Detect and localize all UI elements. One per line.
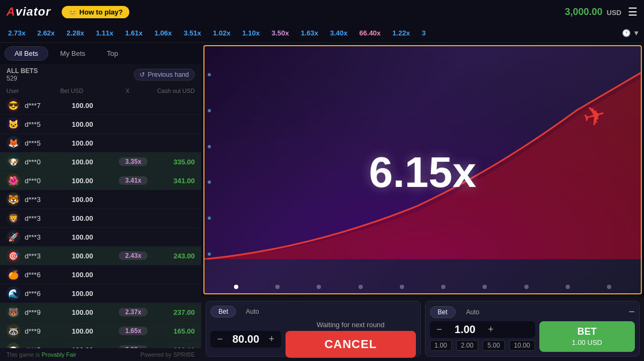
cashout-value: 243.00: [148, 252, 195, 260]
how-to-play-button[interactable]: 😊 How to play?: [62, 6, 129, 18]
top-right-area: 3,000.00 USD ☰: [565, 5, 638, 18]
table-row: 🌊 d***6 100.00: [0, 284, 201, 303]
tab-my-bets[interactable]: My Bets: [50, 47, 95, 60]
mult-badge: 3: [418, 28, 429, 38]
previous-hand-button[interactable]: ↺ Previous hand: [134, 69, 195, 81]
quick-r4[interactable]: 10.00: [509, 340, 535, 351]
bet-amount: 100.00: [72, 102, 119, 110]
panel-tabs-left: Bet Auto: [210, 306, 416, 317]
y-axis-dots: [208, 57, 211, 272]
current-multiplier: 6.15x: [369, 148, 476, 197]
avatar: 😎: [6, 98, 20, 112]
logo: Aviator: [6, 5, 51, 19]
user-name: d***3: [25, 252, 72, 260]
multiplier-value: 2.43x: [119, 251, 148, 260]
all-bets-label: ALL BETS: [6, 67, 38, 75]
table-row: 🐯 d***3 100.00: [0, 190, 201, 209]
bets-count: 529: [6, 75, 38, 82]
increase-amount-right[interactable]: +: [486, 324, 496, 335]
quick-r2[interactable]: 2.00: [456, 340, 478, 351]
decrease-amount-left[interactable]: −: [215, 334, 225, 345]
y-dot: [208, 180, 211, 184]
user-name: d***5: [25, 139, 72, 147]
panel-tab-auto-left[interactable]: Auto: [238, 306, 267, 317]
multiplier-bar: 2.73x 2.62x 2.28x 1.11x 1.61x 1.06x 3.51…: [0, 24, 644, 43]
table-row: 🦝 d***9 100.00 1.65x 165.00: [0, 322, 201, 341]
table-row: 😎 d***7 100.00: [0, 96, 201, 115]
user-name: d***7: [25, 102, 72, 110]
table-row: 🌺 d***0 100.00 3.41x 341.00: [0, 171, 201, 190]
bet-amount: 100.00: [72, 139, 119, 147]
decrease-amount-right[interactable]: −: [434, 324, 445, 335]
cancel-button[interactable]: CANCEL: [286, 331, 416, 358]
menu-icon[interactable]: ☰: [628, 5, 638, 18]
bet-amount: 100.00: [72, 327, 119, 335]
progress-dot: [317, 285, 321, 289]
amount-control-left: − 80.00 +: [210, 331, 281, 348]
bet-action-button[interactable]: BET 1.00 USD: [539, 321, 635, 352]
multiplier-value: 2.37x: [119, 308, 148, 316]
user-name: d***3: [25, 196, 72, 204]
progress-dot: [482, 285, 487, 289]
amount-control-right: − 1.00 +: [430, 321, 535, 338]
panel-tab-auto-right[interactable]: Auto: [459, 307, 487, 317]
bet-amount: 100.00: [72, 290, 119, 298]
collapse-right-panel[interactable]: −: [628, 306, 635, 318]
panel-middle-left: − 80.00 + Waiting for next round CANCEL: [210, 321, 416, 358]
mult-badge: 2.73x: [4, 28, 30, 38]
column-headers: User Bet USD X Cash out USD: [0, 85, 201, 96]
avatar: 🐻: [6, 305, 20, 319]
game-canvas: 6.15x ✈: [203, 45, 642, 294]
avatar: 🐱: [6, 117, 20, 131]
table-row: 🎯 d***3 100.00 2.43x 243.00: [0, 247, 201, 265]
mult-badge: 1.22x: [389, 28, 414, 38]
multiplier-value: [119, 236, 148, 237]
multiplier-value: [119, 105, 148, 106]
multiplier-value: [119, 293, 148, 294]
multiplier-value: 1.65x: [119, 327, 148, 335]
mult-badge: 3.50x: [268, 28, 293, 38]
table-row: 🦁 d***3 100.00: [0, 209, 201, 228]
bet-amount: 100.00: [72, 196, 119, 204]
table-row: 🐼 d***5 100.00 3.33x 333.00: [0, 341, 201, 348]
quick-amounts-right: 1.00 2.00 5.00 10.00: [430, 340, 535, 351]
mult-badge: 1.11x: [92, 28, 118, 38]
bet-amount: 100.00: [72, 271, 119, 279]
increase-amount-left[interactable]: +: [266, 334, 277, 345]
y-dot: [208, 145, 211, 148]
multiplier-value: 3.41x: [119, 176, 148, 185]
avatar: 🌺: [6, 174, 20, 187]
clock-icon[interactable]: 🕐: [622, 29, 631, 37]
cashout-value: 165.00: [148, 327, 195, 335]
multiplier-value: [119, 218, 148, 219]
mult-badge: 1.61x: [121, 28, 147, 38]
mult-badge: 3.40x: [326, 28, 352, 38]
quick-r1[interactable]: 1.00: [430, 340, 452, 351]
table-row: 🚀 d***3 100.00: [0, 228, 201, 247]
avatar: 🦝: [6, 324, 20, 338]
bet-amount: 100.00: [72, 158, 119, 166]
quick-r3[interactable]: 5.00: [482, 340, 504, 351]
user-name: d***0: [25, 158, 72, 166]
progress-dot: [441, 285, 445, 289]
multiplier-value: [119, 199, 148, 200]
avatar: 🦁: [6, 211, 20, 225]
tab-top[interactable]: Top: [97, 47, 128, 60]
tab-all-bets[interactable]: All Bets: [4, 46, 48, 61]
progress-dots: [204, 285, 641, 289]
provably-fair-footer: This game is Provably Fair Powered by SP…: [0, 348, 201, 361]
panel-tab-bet-right[interactable]: Bet: [430, 306, 456, 318]
user-name: d***3: [25, 233, 72, 241]
bet-amount: 100.00: [72, 120, 119, 128]
bet-amount: 100.00: [72, 177, 119, 185]
waiting-label: Waiting for next round: [286, 321, 416, 329]
chevron-down-icon[interactable]: ▼: [633, 29, 640, 37]
avatar: 🚀: [6, 230, 20, 244]
help-icon: 😊: [68, 8, 77, 16]
panel-tab-bet-left[interactable]: Bet: [210, 306, 236, 317]
table-row: 🐱 d***5 100.00: [0, 115, 201, 134]
tabs-row: All Bets My Bets Top: [0, 43, 201, 64]
cashout-value: 335.00: [148, 158, 195, 166]
mult-badge: 2.28x: [63, 28, 88, 38]
mult-badge: 1.63x: [297, 28, 322, 38]
